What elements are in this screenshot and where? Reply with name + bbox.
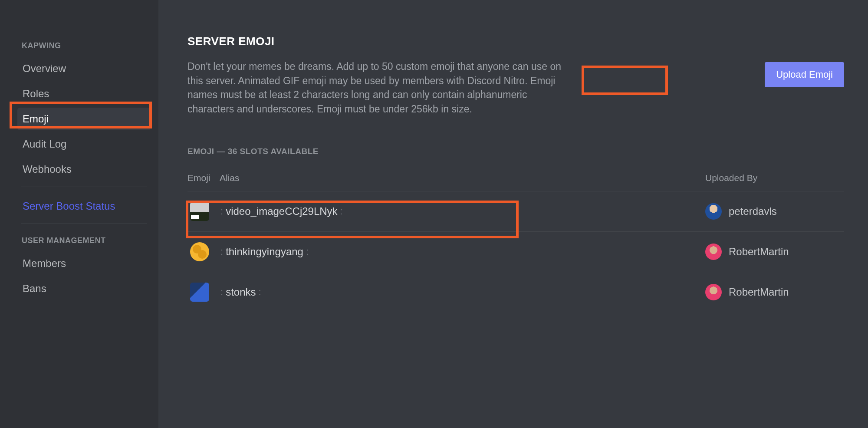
header-row: Don't let your memes be dreams. Add up t… xyxy=(187,59,844,116)
emoji-alias-text: stonks xyxy=(226,286,256,298)
emoji-slots-label: EMOJI — 36 SLOTS AVAILABLE xyxy=(187,147,844,156)
emoji-row[interactable]: : video_imageCCj29LNyk : peterdavls xyxy=(187,191,844,231)
emoji-table: Emoji Alias Uploaded By : video_imageCCj… xyxy=(187,169,844,312)
sidebar-item-label: Roles xyxy=(23,88,49,99)
sidebar-server-label: KAPWING xyxy=(17,37,151,55)
avatar xyxy=(705,244,722,260)
emoji-uploader: RobertMartin xyxy=(705,284,844,300)
emoji-alias[interactable]: : video_imageCCj29LNyk : xyxy=(220,205,705,217)
emoji-alias-text: thinkingyingyang xyxy=(226,246,303,258)
uploader-name: peterdavls xyxy=(729,205,777,217)
emoji-alias[interactable]: : thinkingyingyang : xyxy=(220,246,705,258)
colon-icon: : xyxy=(220,246,224,257)
sidebar-item-webhooks[interactable]: Webhooks xyxy=(17,158,151,181)
colon-icon: : xyxy=(339,206,344,217)
avatar xyxy=(705,203,722,220)
sidebar-item-label: Members xyxy=(23,257,66,269)
sidebar-divider xyxy=(21,224,147,224)
emoji-image-icon xyxy=(190,202,209,221)
upload-emoji-button[interactable]: Upload Emoji xyxy=(765,62,844,87)
emoji-row[interactable]: : stonks : RobertMartin xyxy=(187,272,844,312)
emoji-image-icon xyxy=(190,283,209,302)
sidebar-item-label: Server Boost Status xyxy=(23,200,115,212)
sidebar-item-bans[interactable]: Bans xyxy=(17,277,151,300)
sidebar: KAPWING Overview Roles Emoji Audit Log W… xyxy=(0,0,158,428)
page-description: Don't let your memes be dreams. Add up t… xyxy=(187,59,565,116)
sidebar-item-label: Audit Log xyxy=(23,138,66,150)
sidebar-item-label: Webhooks xyxy=(23,163,72,175)
emoji-uploader: peterdavls xyxy=(705,203,844,220)
sidebar-item-label: Overview xyxy=(23,63,66,74)
col-emoji-label: Emoji xyxy=(187,173,220,183)
sidebar-item-audit-log[interactable]: Audit Log xyxy=(17,133,151,155)
col-alias-label: Alias xyxy=(220,173,705,183)
colon-icon: : xyxy=(305,246,309,257)
emoji-uploader: RobertMartin xyxy=(705,244,844,260)
uploader-name: RobertMartin xyxy=(729,246,789,258)
main-content: SERVER EMOJI Don't let your memes be dre… xyxy=(158,0,868,428)
sidebar-item-server-boost[interactable]: Server Boost Status xyxy=(17,195,151,217)
sidebar-item-label: Bans xyxy=(23,283,46,294)
emoji-table-header: Emoji Alias Uploaded By xyxy=(187,169,844,191)
sidebar-user-mgmt-label: USER MANAGEMENT xyxy=(17,232,151,250)
avatar xyxy=(705,284,722,300)
colon-icon: : xyxy=(258,286,262,298)
sidebar-item-label: Emoji xyxy=(23,113,49,125)
sidebar-item-members[interactable]: Members xyxy=(17,252,151,275)
sidebar-divider xyxy=(21,187,147,187)
sidebar-item-roles[interactable]: Roles xyxy=(17,82,151,105)
col-uploaded-label: Uploaded By xyxy=(705,173,844,183)
emoji-alias-text: video_imageCCj29LNyk xyxy=(226,205,337,217)
sidebar-item-emoji[interactable]: Emoji xyxy=(17,108,151,130)
colon-icon: : xyxy=(220,206,224,217)
page-title: SERVER EMOJI xyxy=(187,35,844,48)
uploader-name: RobertMartin xyxy=(729,286,789,298)
emoji-image-icon xyxy=(190,242,209,261)
sidebar-item-overview[interactable]: Overview xyxy=(17,57,151,80)
emoji-row[interactable]: : thinkingyingyang : RobertMartin xyxy=(187,231,844,272)
emoji-alias[interactable]: : stonks : xyxy=(220,286,705,298)
colon-icon: : xyxy=(220,286,224,298)
